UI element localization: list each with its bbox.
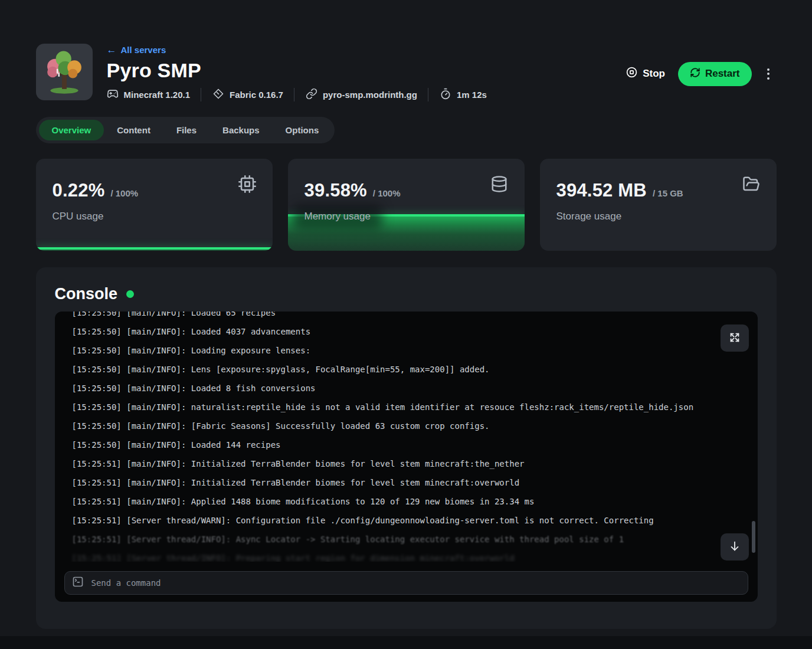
terminal-icon [72,576,84,590]
console-header: Console [55,285,758,303]
cpu-icon [238,175,256,195]
server-title: Pyro SMP [107,59,619,82]
stop-button[interactable]: Stop [618,61,672,86]
meta-label: Fabric 0.16.7 [230,90,283,100]
folder-icon [742,175,760,195]
restart-icon [690,67,700,81]
console-log-line: [15:25:51] [main/INFO]: Initialized Terr… [72,473,746,492]
stop-icon [626,66,638,81]
server-actions: Stop Restart [618,61,776,86]
stat-value: 0.22% [53,180,105,201]
stats-row: 0.22%/ 100%CPU usage39.58%/ 100%Memory u… [36,159,777,251]
console-log: [15:25:50] [main/INFO]: Loaded 65 recipe… [55,312,758,562]
stat-value: 394.52 MB [556,180,647,201]
meta-item: Fabric 0.16.7 [201,88,283,101]
console-log-line: [15:25:50] [main/INFO]: Loading exposure… [72,341,746,360]
link-icon [306,88,317,101]
stat-card-cpu-usage: 0.22%/ 100%CPU usage [36,159,273,251]
stat-max: / 100% [373,188,401,198]
console-output: [15:25:50] [main/INFO]: Loaded 65 recipe… [55,312,758,602]
console-scrollbar-thumb[interactable] [752,521,755,553]
meta-label: Minecraft 1.20.1 [124,90,191,100]
console-log-line: [15:25:50] [main/INFO]: Loaded 8 fish co… [72,379,746,398]
console-log-line: [15:25:50] [main/INFO]: Lens [exposure:s… [72,360,746,379]
console-log-line: [15:25:50] [main/INFO]: Loaded 144 recip… [72,435,746,454]
server-meta-row: Minecraft 1.20.1Fabric 0.16.7pyro-smp.mo… [107,88,619,101]
tab-overview[interactable]: Overview [39,120,104,140]
command-input-wrap [64,571,748,595]
console-log-line: [15:25:51] [Server thread/INFO]: Prepari… [72,549,746,562]
tab-options[interactable]: Options [273,120,332,140]
console-log-line: [15:25:50] [main/INFO]: Loaded 4037 adva… [72,322,746,341]
stat-label: Storage usage [556,211,622,222]
console-log-line: [15:25:50] [main/INFO]: [Fabric Seasons]… [72,417,746,435]
arrow-down-icon [728,540,741,555]
stat-max: / 15 GB [653,188,683,198]
stat-card-memory-usage: 39.58%/ 100%Memory usage [288,159,525,251]
console-log-line: [15:25:51] [Server thread/WARN]: Configu… [72,511,746,530]
meta-label: 1m 12s [457,90,487,100]
server-heading-block: ← All servers Pyro SMP Minecraft 1.20.1F… [107,44,619,101]
console-log-line: [15:25:51] [Server thread/INFO]: Async L… [72,530,746,549]
stat-card-storage-usage: 394.52 MB/ 15 GBStorage usage [540,159,777,251]
stat-label: Memory usage [304,211,371,222]
expand-icon [728,331,741,346]
stat-max: / 100% [110,188,138,198]
restart-button-label: Restart [705,68,740,80]
console-card: Console [15:25:50] [main/INFO]: Loaded 6… [36,267,777,629]
server-icon [36,44,93,100]
tree-artwork [40,47,89,97]
kebab-icon [767,68,770,71]
online-status-dot [126,290,134,298]
tab-bar: OverviewContentFilesBackupsOptions [36,117,335,143]
command-input[interactable] [90,578,741,588]
console-log-line: [15:25:50] [main/INFO]: naturalist:repti… [72,398,746,417]
meta-item[interactable]: pyro-smp.modrinth.gg [294,88,417,101]
usage-fill-bar [36,247,273,251]
restart-button[interactable]: Restart [678,62,752,86]
meta-item: Minecraft 1.20.1 [107,88,191,101]
expand-console-button[interactable] [721,324,749,352]
database-icon [490,175,508,195]
console-log-line: [15:25:50] [main/INFO]: Loaded 65 recipe… [72,312,746,322]
server-dashboard: ← All servers Pyro SMP Minecraft 1.20.1F… [36,0,777,629]
meta-label: pyro-smp.modrinth.gg [323,90,417,100]
meta-item: 1m 12s [428,88,487,101]
scroll-to-bottom-button[interactable] [721,533,749,560]
stat-label: CPU usage [53,211,104,222]
server-header: ← All servers Pyro SMP Minecraft 1.20.1F… [36,44,777,101]
timer-icon [440,88,451,101]
tab-backups[interactable]: Backups [209,120,273,140]
console-log-line: [15:25:51] [main/INFO]: Initialized Terr… [72,454,746,473]
console-log-line: [15:25:51] [main/INFO]: Applied 1488 bio… [72,492,746,511]
tab-files[interactable]: Files [163,120,209,140]
tab-content[interactable]: Content [104,120,163,140]
console-title: Console [55,285,118,303]
stop-button-label: Stop [643,68,665,80]
stat-value: 39.58% [304,180,367,201]
back-link-label: All servers [121,45,166,55]
loader-icon [212,88,224,101]
back-to-all-servers-link[interactable]: ← All servers [107,45,166,55]
back-arrow-icon: ← [107,45,117,55]
overflow-menu-button[interactable] [760,63,777,86]
page-bottom-strip [0,636,812,649]
gamepad-icon [107,88,119,101]
